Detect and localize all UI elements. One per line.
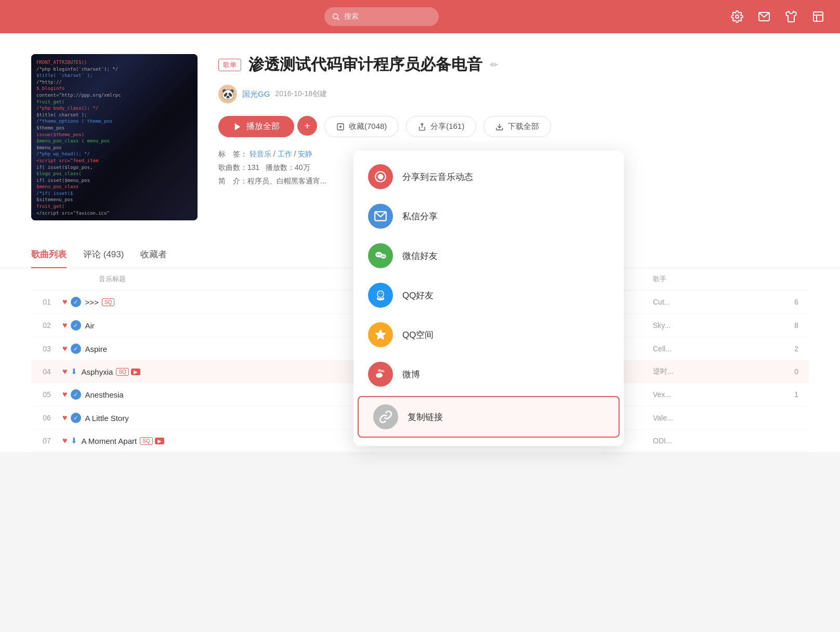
song-title: Air [85, 321, 95, 330]
mv-badge[interactable]: ▶ [155, 438, 164, 444]
mail-icon[interactable] [755, 7, 773, 26]
author-name[interactable]: 国光GG [242, 89, 270, 99]
share-item-qq[interactable]: QQ好友 [353, 275, 624, 315]
download-icon[interactable]: ⬇ [71, 367, 77, 376]
check-icon: ✓ [71, 344, 81, 354]
like-icon[interactable]: ♥ [62, 390, 68, 399]
like-icon[interactable]: ♥ [62, 297, 68, 307]
share-item-copy-link[interactable]: 复制链接 [358, 396, 620, 438]
svg-point-0 [333, 14, 338, 19]
svg-marker-7 [235, 123, 241, 130]
play-all-button[interactable]: 播放全部 [218, 116, 294, 137]
album-cover: FRONT_ATTRIBUTES() /*php bloginfo('chars… [31, 54, 198, 220]
window-icon[interactable] [809, 7, 828, 26]
author-row: 🐼 国光GG 2016-10-18创建 [218, 85, 809, 103]
tab-song-list[interactable]: 歌曲列表 [31, 241, 67, 268]
share-button[interactable]: 分享(161) [406, 116, 476, 137]
sq-badge: SQ [140, 437, 152, 445]
svg-line-1 [337, 18, 339, 20]
check-icon: ✓ [71, 320, 81, 331]
tab-comments[interactable]: 评论 (493) [83, 241, 124, 268]
copy-link-icon [373, 404, 398, 429]
song-duration: 6 [757, 298, 809, 306]
song-actions: ♥ ✓ [62, 344, 81, 354]
col-artist-header: 歌手 [653, 274, 757, 284]
share-label-message: 私信分享 [402, 210, 438, 222]
action-buttons: 播放全部 + 收藏(7048) 分享(161) 下载全部 [218, 116, 809, 137]
song-duration: 2 [757, 345, 809, 353]
song-actions: ♥ ⬇ [62, 367, 77, 376]
qqzone-icon [368, 322, 393, 347]
share-item-qqzone[interactable]: QQ空间 [353, 315, 624, 354]
song-number: 07 [31, 437, 62, 445]
song-title-asphyxia: Asphyxia [82, 367, 113, 376]
svg-point-17 [377, 254, 378, 256]
share-dropdown: 分享到云音乐动态 私信分享 微信好友 QQ好友 [353, 151, 624, 446]
song-actions: ♥ ✓ [62, 413, 81, 423]
search-bar[interactable]: 搜索 [324, 7, 439, 26]
album-title: 渗透测试代码审计程序员必备电音 [248, 56, 482, 73]
song-number: 02 [31, 321, 62, 330]
download-icon[interactable]: ⬇ [71, 436, 77, 445]
settings-icon[interactable] [728, 7, 746, 26]
song-title: A Moment Apart [82, 437, 137, 445]
collect-button[interactable]: 收藏(7048) [324, 116, 399, 137]
share-label-wechat: 微信好友 [402, 250, 438, 262]
author-avatar: 🐼 [218, 85, 237, 103]
song-actions: ♥ ✓ [62, 389, 81, 400]
song-actions: ♥ ✓ [62, 297, 81, 307]
wechat-icon [368, 243, 393, 268]
share-label-weibo: 微博 [402, 368, 420, 380]
tab-collectors[interactable]: 收藏者 [140, 241, 167, 268]
sq-badge: SQ [116, 368, 128, 376]
netease-icon [368, 164, 393, 189]
like-icon[interactable]: ♥ [62, 367, 68, 376]
svg-point-19 [382, 256, 383, 257]
song-title: Aspire [85, 345, 108, 353]
song-title: A Little Story [85, 414, 129, 423]
play-add-button[interactable]: + [297, 116, 317, 136]
search-icon [332, 12, 340, 21]
tag-work[interactable]: 工作 [278, 150, 292, 158]
top-nav: 搜索 [0, 0, 840, 33]
shirt-icon[interactable] [782, 7, 800, 26]
qq-icon [368, 283, 393, 308]
share-item-message[interactable]: 私信分享 [353, 196, 624, 236]
like-icon[interactable]: ♥ [62, 321, 68, 330]
create-date: 2016-10-18创建 [275, 89, 327, 99]
download-all-button[interactable]: 下载全部 [483, 116, 551, 137]
mv-badge[interactable]: ▶ [131, 368, 140, 375]
song-duration: 0 [757, 367, 809, 376]
artist-name: Cell... [653, 345, 757, 353]
song-duration: 8 [757, 321, 809, 330]
song-number: 06 [31, 414, 62, 422]
search-placeholder: 搜索 [344, 12, 359, 21]
song-number: 04 [31, 367, 62, 376]
song-title: >>> [85, 298, 99, 307]
svg-point-20 [384, 256, 385, 257]
like-icon[interactable]: ♥ [62, 436, 68, 445]
check-icon: ✓ [71, 389, 81, 400]
artist-name: 逆时... [653, 367, 757, 376]
tag-light-music[interactable]: 轻音乐 [250, 150, 271, 158]
share-item-weibo[interactable]: 微博 [353, 354, 624, 394]
artist-name: Sky... [653, 321, 757, 330]
like-icon[interactable]: ♥ [62, 413, 68, 423]
svg-point-16 [380, 254, 386, 259]
share-item-wechat[interactable]: 微信好友 [353, 236, 624, 275]
svg-marker-28 [375, 329, 386, 340]
copy-link-inner[interactable]: 复制链接 [359, 397, 619, 437]
svg-point-25 [379, 293, 379, 294]
weibo-icon [368, 362, 393, 387]
svg-point-13 [378, 174, 384, 180]
svg-point-18 [379, 254, 381, 256]
song-number: 03 [31, 345, 62, 353]
song-actions: ♥ ⬇ [62, 436, 77, 445]
svg-point-22 [378, 291, 383, 297]
tag-calm[interactable]: 安静 [298, 150, 312, 158]
like-icon[interactable]: ♥ [62, 344, 68, 353]
edit-icon[interactable]: ✏ [490, 60, 498, 70]
share-item-netease[interactable]: 分享到云音乐动态 [353, 157, 624, 196]
sq-badge: SQ [102, 298, 114, 306]
song-title: Anesthesia [85, 390, 124, 399]
